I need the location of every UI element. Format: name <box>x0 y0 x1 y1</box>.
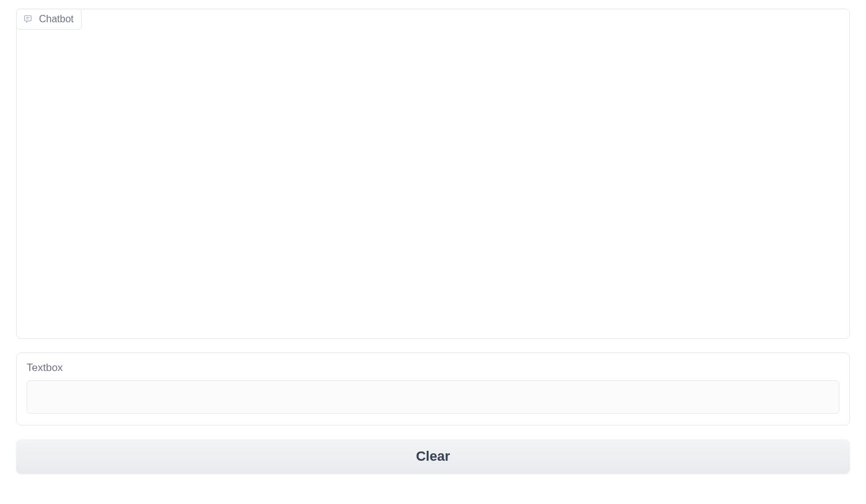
textbox-input[interactable] <box>27 380 839 414</box>
chatbot-tab-label: Chatbot <box>39 14 74 25</box>
clear-button-label: Clear <box>416 448 450 464</box>
chatbot-panel: Chatbot <box>16 9 850 339</box>
clear-button[interactable]: Clear <box>16 439 850 474</box>
textbox-panel: Textbox <box>16 352 850 425</box>
chat-bubble-icon <box>23 14 33 24</box>
textbox-label: Textbox <box>27 362 839 374</box>
chatbot-tab: Chatbot <box>16 9 82 30</box>
